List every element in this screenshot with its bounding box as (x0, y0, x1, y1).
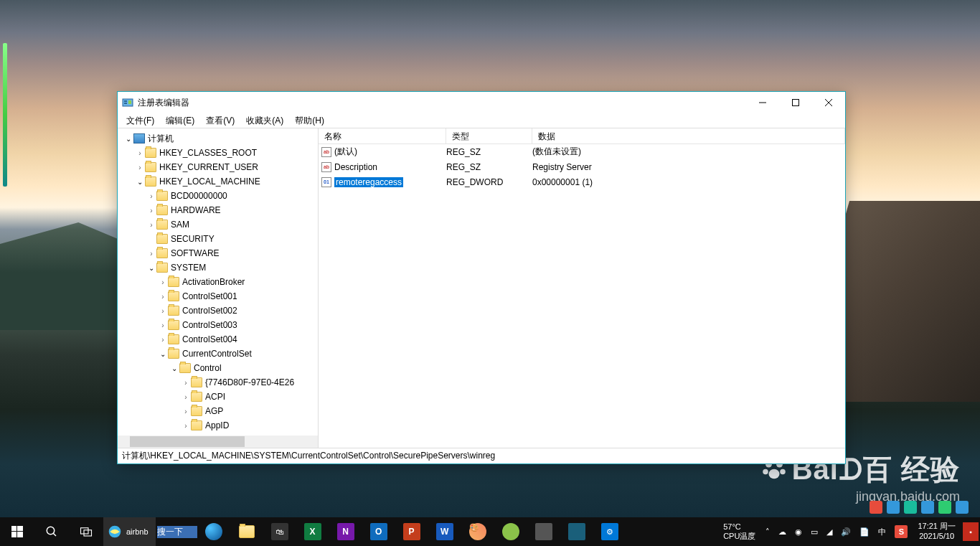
chevron-right-icon[interactable]: › (181, 422, 191, 430)
app-icon[interactable] (527, 517, 560, 546)
tray-icon[interactable] (887, 501, 900, 514)
registry-editor-window: 注册表编辑器 文件(F) 编辑(E) 查看(V) 收藏夹(A) 帮助(H) ⌄计… (117, 91, 846, 464)
tree-item[interactable]: ›SAM (118, 217, 318, 232)
baidu-search-button[interactable]: 搜一下 (157, 526, 197, 538)
start-button[interactable] (0, 517, 34, 546)
chevron-down-icon[interactable]: ⌄ (135, 178, 145, 186)
notification-icon[interactable]: ▪ (963, 522, 979, 541)
cpu-temp-widget[interactable]: 57°C CPU温度 (717, 522, 761, 541)
chevron-right-icon[interactable]: › (146, 221, 156, 229)
chevron-down-icon[interactable]: ⌄ (146, 264, 156, 272)
tray-icon[interactable] (938, 501, 951, 514)
tree-item[interactable]: ⌄Control (118, 361, 318, 375)
tree-item[interactable]: ›ControlSet004 (118, 332, 318, 347)
tree-label: Control (194, 363, 222, 373)
chevron-down-icon[interactable]: ⌄ (123, 135, 133, 143)
tree-pane[interactable]: ⌄计算机›HKEY_CLASSES_ROOT›HKEY_CURRENT_USER… (118, 128, 319, 448)
tray-icon[interactable] (870, 501, 882, 514)
col-type-header[interactable]: 类型 (446, 128, 532, 143)
paint-icon[interactable]: 🎨 (461, 517, 494, 546)
tray-chevron-icon[interactable]: ˄ (761, 517, 774, 546)
tree-item[interactable]: ›ACPI (118, 390, 318, 404)
wifi-icon[interactable]: ◢ (822, 517, 837, 546)
app-icon[interactable] (560, 517, 593, 546)
tree-item[interactable]: ›AppID (118, 418, 318, 433)
tree-item[interactable]: ›AGP (118, 404, 318, 418)
tree-item[interactable]: SECURITY (118, 232, 318, 246)
minimize-button[interactable] (746, 92, 779, 113)
values-list[interactable]: 名称 类型 数据 ab(默认)REG_SZ(数值未设置)abDescriptio… (319, 128, 845, 448)
battery-icon[interactable]: ▭ (806, 517, 822, 546)
onedrive-icon[interactable]: ☁ (774, 517, 791, 546)
chevron-right-icon[interactable]: › (181, 379, 191, 387)
powerpoint-icon[interactable]: P (395, 517, 428, 546)
tree-item[interactable]: ›ActivationBroker (118, 275, 318, 289)
search-icon[interactable] (34, 517, 69, 546)
tree-item[interactable]: ›{7746D80F-97E0-4E26 (118, 375, 318, 390)
chevron-right-icon[interactable]: › (146, 192, 156, 200)
list-row[interactable]: 01remoteregaccessREG_DWORD0x00000001 (1) (319, 174, 845, 189)
chevron-down-icon[interactable]: ⌄ (158, 350, 168, 358)
tree-item[interactable]: ⌄CurrentControlSet (118, 347, 318, 361)
onenote-icon[interactable]: N (329, 517, 362, 546)
tree-item[interactable]: ›HKEY_CLASSES_ROOT (118, 146, 318, 160)
chevron-right-icon[interactable]: › (158, 278, 168, 286)
taskbar-task-ie[interactable]: airbnb (103, 517, 156, 546)
outlook-icon[interactable]: O (362, 517, 395, 546)
file-explorer-icon[interactable] (230, 517, 263, 546)
tray-icon[interactable]: ◉ (791, 517, 806, 546)
tree-item[interactable]: ⌄HKEY_LOCAL_MACHINE (118, 174, 318, 189)
tree-item[interactable]: ⌄计算机 (118, 131, 318, 146)
close-button[interactable] (812, 92, 845, 113)
tree-item[interactable]: ›ControlSet001 (118, 289, 318, 303)
tree-item[interactable]: ›BCD00000000 (118, 189, 318, 203)
chevron-right-icon[interactable]: › (135, 149, 145, 157)
menu-file[interactable]: 文件(F) (121, 113, 160, 128)
tree-item[interactable]: ›ControlSet003 (118, 318, 318, 332)
col-name-header[interactable]: 名称 (319, 128, 446, 143)
word-icon[interactable]: W (428, 517, 461, 546)
volume-icon[interactable]: 🔊 (837, 517, 855, 546)
list-row[interactable]: abDescriptionREG_SZRegistry Server (319, 159, 845, 174)
chevron-right-icon[interactable]: › (181, 408, 191, 415)
ime-icon[interactable]: 📄 (855, 517, 874, 546)
chevron-right-icon[interactable]: › (135, 164, 145, 171)
list-row[interactable]: ab(默认)REG_SZ(数值未设置) (319, 144, 845, 159)
svg-rect-10 (793, 100, 799, 106)
col-data-header[interactable]: 数据 (532, 128, 845, 143)
svg-rect-19 (81, 528, 89, 534)
chevron-right-icon[interactable]: › (158, 321, 168, 329)
menu-view[interactable]: 查看(V) (200, 113, 240, 128)
tree-item[interactable]: ⌄SYSTEM (118, 260, 318, 275)
tray-icon[interactable] (956, 501, 969, 514)
maximize-button[interactable] (779, 92, 812, 113)
tree-item[interactable]: ›HKEY_CURRENT_USER (118, 160, 318, 174)
menu-edit[interactable]: 编辑(E) (160, 113, 200, 128)
sogou-icon[interactable]: S (890, 517, 912, 546)
chevron-right-icon[interactable]: › (146, 250, 156, 258)
tray-icon[interactable] (904, 501, 917, 514)
settings-icon[interactable]: ⚙ (593, 517, 626, 546)
menu-help[interactable]: 帮助(H) (289, 113, 330, 128)
menu-favorites[interactable]: 收藏夹(A) (240, 113, 289, 128)
list-header[interactable]: 名称 类型 数据 (319, 128, 845, 144)
task-view-icon[interactable] (69, 517, 103, 546)
360-icon[interactable] (494, 517, 527, 546)
tree-item[interactable]: ›HARDWARE (118, 203, 318, 217)
ime-language[interactable]: 中 (874, 517, 890, 546)
edge-icon[interactable] (197, 517, 230, 546)
chevron-down-icon[interactable]: ⌄ (169, 364, 179, 372)
clock[interactable]: 17:21 周一 2021/5/10 (912, 522, 961, 542)
horizontal-scrollbar[interactable] (118, 436, 318, 448)
chevron-right-icon[interactable]: › (181, 393, 191, 401)
tree-item[interactable]: ›ControlSet002 (118, 303, 318, 318)
chevron-right-icon[interactable]: › (146, 207, 156, 215)
excel-icon[interactable]: X (296, 517, 329, 546)
tray-icon[interactable] (921, 501, 934, 514)
tree-item[interactable]: ›SOFTWARE (118, 246, 318, 260)
chevron-right-icon[interactable]: › (158, 307, 168, 315)
store-icon[interactable]: 🛍 (263, 517, 296, 546)
chevron-right-icon[interactable]: › (158, 336, 168, 344)
chevron-right-icon[interactable]: › (158, 293, 168, 301)
titlebar[interactable]: 注册表编辑器 (118, 92, 845, 113)
